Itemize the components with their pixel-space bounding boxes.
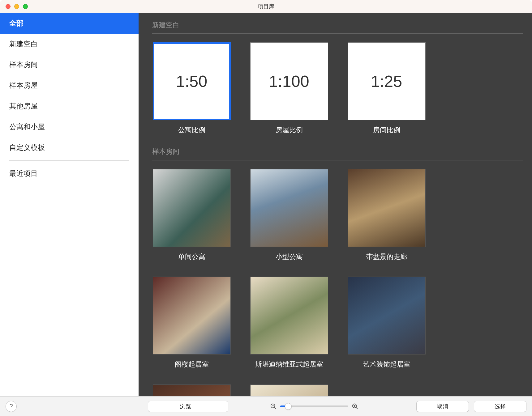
window-controls bbox=[6, 4, 28, 9]
titlebar: 项目库 bbox=[0, 0, 532, 13]
svg-line-1 bbox=[274, 407, 276, 409]
tile-apartment-scale[interactable]: 1:50 公寓比例 bbox=[152, 42, 231, 135]
select-button[interactable]: 选择 bbox=[474, 401, 526, 412]
tile-country-living[interactable]: 乡村起居室 bbox=[152, 384, 231, 396]
browse-button[interactable]: 浏览... bbox=[148, 401, 228, 412]
window-title: 项目库 bbox=[0, 3, 532, 10]
tile-label: 单间公寓 bbox=[178, 253, 205, 261]
tile-label: 艺术装饰起居室 bbox=[363, 360, 410, 369]
section-title-new-blank: 新建空白 bbox=[152, 20, 523, 30]
section-title-sample-rooms: 样本房间 bbox=[152, 147, 523, 156]
tile-scandinavian-living[interactable]: 斯堪迪纳维亚式起居室 bbox=[250, 277, 328, 369]
tile-thumb-ratio: 1:50 bbox=[153, 42, 231, 120]
tile-label: 带盆景的走廊 bbox=[366, 253, 407, 261]
sidebar-divider bbox=[9, 160, 129, 161]
cancel-button[interactable]: 取消 bbox=[416, 401, 469, 412]
sidebar-item-sample-houses[interactable]: 样本房屋 bbox=[0, 75, 139, 96]
tile-bonsai-corridor[interactable]: 带盆景的走廊 bbox=[347, 169, 426, 261]
tile-label: 房间比例 bbox=[373, 126, 400, 135]
tile-studio-apartment[interactable]: 单间公寓 bbox=[152, 169, 231, 261]
tile-small-apartment[interactable]: 小型公寓 bbox=[250, 169, 328, 261]
right-buttons: 取消 选择 bbox=[416, 401, 526, 412]
maximize-icon[interactable] bbox=[23, 4, 28, 9]
svg-line-4 bbox=[356, 407, 358, 409]
tile-thumb-ratio: 1:25 bbox=[348, 42, 426, 120]
tile-thumb-image bbox=[348, 277, 426, 354]
sidebar: 全部 新建空白 样本房间 样本房屋 其他房屋 公寓和小屋 自定义模板 最近项目 bbox=[0, 13, 139, 396]
tile-room-scale[interactable]: 1:25 房间比例 bbox=[347, 42, 426, 135]
bottombar: ? 浏览... 取消 选择 bbox=[0, 396, 532, 416]
tile-traditional-living[interactable]: 传统起居室 bbox=[250, 384, 328, 396]
zoom-slider-thumb[interactable] bbox=[285, 403, 292, 410]
tile-thumb-image bbox=[250, 384, 328, 396]
sample-rooms-grid: 单间公寓 小型公寓 带盆景的走廊 阁楼起居室 斯堪迪纳维亚式起居室 艺术装饰起居… bbox=[152, 169, 523, 396]
section-divider bbox=[152, 33, 523, 34]
zoom-slider[interactable] bbox=[280, 405, 348, 407]
content-area[interactable]: 新建空白 1:50 公寓比例 1:100 房屋比例 1:25 房间比例 样本房间… bbox=[139, 13, 532, 396]
help-button[interactable]: ? bbox=[6, 401, 17, 412]
tile-label: 斯堪迪纳维亚式起居室 bbox=[255, 360, 323, 369]
section-divider bbox=[152, 160, 523, 160]
minimize-icon[interactable] bbox=[14, 4, 19, 9]
main-area: 全部 新建空白 样本房间 样本房屋 其他房屋 公寓和小屋 自定义模板 最近项目 … bbox=[0, 13, 532, 396]
tile-label: 公寓比例 bbox=[178, 126, 205, 135]
new-blank-grid: 1:50 公寓比例 1:100 房屋比例 1:25 房间比例 bbox=[152, 42, 523, 135]
sidebar-item-other-houses[interactable]: 其他房屋 bbox=[0, 96, 139, 117]
tile-thumb-image bbox=[153, 277, 231, 354]
sidebar-item-apartments[interactable]: 公寓和小屋 bbox=[0, 117, 139, 137]
tile-label: 房屋比例 bbox=[276, 126, 303, 135]
tile-label: 小型公寓 bbox=[276, 253, 303, 261]
tile-thumb-image bbox=[153, 384, 231, 396]
zoom-controls bbox=[270, 403, 359, 410]
sidebar-item-all[interactable]: 全部 bbox=[0, 13, 139, 34]
tile-thumb-image bbox=[153, 169, 231, 247]
sidebar-item-new-blank[interactable]: 新建空白 bbox=[0, 34, 139, 54]
zoom-in-icon[interactable] bbox=[351, 403, 359, 410]
tile-thumb-ratio: 1:100 bbox=[250, 42, 328, 120]
sidebar-item-sample-rooms[interactable]: 样本房间 bbox=[0, 54, 139, 75]
tile-thumb-image bbox=[250, 277, 328, 354]
tile-house-scale[interactable]: 1:100 房屋比例 bbox=[250, 42, 328, 135]
zoom-out-icon[interactable] bbox=[270, 403, 277, 410]
tile-artdeco-living[interactable]: 艺术装饰起居室 bbox=[347, 277, 426, 369]
sidebar-item-custom-templates[interactable]: 自定义模板 bbox=[0, 137, 139, 158]
tile-loft-living[interactable]: 阁楼起居室 bbox=[152, 277, 231, 369]
tile-label: 阁楼起居室 bbox=[175, 360, 209, 369]
tile-thumb-image bbox=[250, 169, 328, 247]
close-icon[interactable] bbox=[6, 4, 11, 9]
sidebar-item-recent[interactable]: 最近项目 bbox=[0, 163, 139, 184]
tile-thumb-image bbox=[348, 169, 426, 247]
